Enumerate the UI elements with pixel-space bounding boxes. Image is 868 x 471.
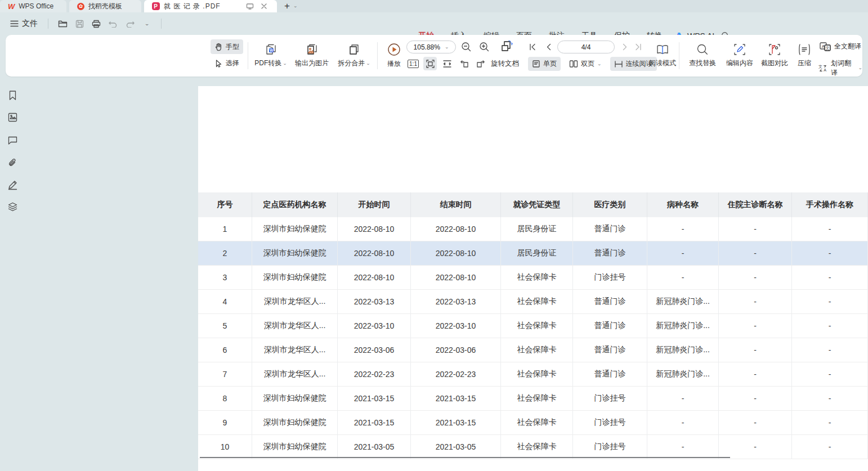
export-image-button[interactable]: 输出为图片 [292,39,332,72]
close-tab-icon[interactable] [259,1,269,11]
split-merge-button[interactable]: 拆分合并⌄ [334,39,374,72]
double-page-icon [569,60,578,68]
table-row[interactable]: 7 深圳市龙华区人... 2022-02-23 2022-02-23 社会保障卡… [198,362,868,387]
full-translate-button[interactable]: A 文 全文翻译 [820,42,861,51]
tab-pdf-document[interactable]: P 就 医 记 录 .PDF [144,0,277,12]
compress-label: 压缩 [798,59,811,68]
signature-icon[interactable] [7,180,18,190]
table-row[interactable]: 8 深圳市妇幼保健院 2021-03-15 2021-03-15 社会保障卡 门… [198,387,868,411]
word-translate-button[interactable]: 文 A 划词翻译 ⌄ [818,59,862,78]
quick-access-chevron-icon[interactable]: ⌄ [140,17,154,30]
zoom-in-button[interactable] [477,40,491,53]
attachment-icon[interactable] [7,158,18,168]
table-header-cell: 定点医药机构名称 [252,192,338,217]
redo-button[interactable] [123,17,137,30]
double-page-button[interactable]: 双页 ⌄ [565,57,606,71]
single-page-button[interactable]: 单页 [528,57,561,71]
bookmark-icon[interactable] [7,90,18,101]
select-tool-button[interactable]: 选择 [211,56,243,70]
present-to-screen-icon[interactable] [245,1,255,11]
table-header-cell: 序号 [198,192,252,217]
export-image-icon [305,43,319,56]
one-to-one-icon: 1:1 [408,60,419,68]
svg-text:文: 文 [826,45,830,50]
play-button[interactable]: 播放 [382,39,406,72]
last-page-button[interactable] [632,40,645,53]
rotate-right-button[interactable] [474,57,487,70]
svg-text:W: W [270,48,274,52]
divider [679,42,679,69]
tab-list-chevron-icon[interactable]: ⌄ [293,4,298,8]
next-page-button[interactable] [618,40,632,53]
table-header-cell: 结束时间 [411,192,501,217]
file-menu-button[interactable]: 文件 [7,16,41,31]
table-row[interactable]: 10 深圳市妇幼保健院 2021-03-05 2021-03-05 社会保障卡 … [198,435,868,459]
pdf-convert-icon: W [264,43,278,56]
table-row[interactable]: 6 深圳市龙华区人... 2022-03-06 2022-03-06 社会保障卡… [198,338,868,362]
fit-page-button[interactable] [423,57,437,70]
fit-width-button[interactable] [440,57,454,70]
edit-content-button[interactable]: 编辑内容 [723,39,757,72]
first-page-button[interactable] [526,40,539,53]
hand-tool-button[interactable]: 手型 [211,39,243,54]
tab-label: 就 医 记 录 .PDF [164,2,221,11]
split-merge-label: 拆分合并 [338,59,365,68]
zoom-level-select[interactable]: 105.88% ⌄ [406,41,456,53]
table-header-cell: 医疗类别 [573,192,647,217]
chevron-down-icon: ⌄ [597,62,602,66]
read-mode-button[interactable]: 阅读模式 [645,39,680,72]
split-merge-icon [348,43,360,56]
file-menu-label: 文件 [22,19,38,29]
hand-tool-label: 手型 [226,42,239,52]
rotate-left-button[interactable] [457,57,471,70]
tab-label: WPS Office [19,2,53,10]
rotate-doc-label: 旋转文档 [491,59,519,69]
new-tab-button[interactable]: + [284,1,290,12]
table-row[interactable]: 5 深圳市龙华区人... 2022-03-10 2022-03-10 社会保障卡… [198,314,868,338]
thumbnail-icon[interactable] [7,112,18,123]
previous-page-button[interactable] [542,40,555,53]
pdf-file-icon: P [152,2,160,10]
table-row[interactable]: 3 深圳市妇幼保健院 2022-08-10 2022-08-10 社会保障卡 门… [198,266,868,290]
rotate-doc-icon[interactable] [500,39,513,53]
tab-wps-office[interactable]: W WPS Office [0,0,66,12]
hand-icon [214,43,223,51]
compress-button[interactable]: 压缩 [793,39,816,72]
select-tool-label: 选择 [226,59,239,68]
table-header-cell: 开始时间 [338,192,411,217]
wps-logo-icon: W [8,2,15,11]
comment-icon[interactable] [7,135,18,146]
pdf-convert-button[interactable]: W PDF转换⌄ [252,39,289,72]
screenshot-compare-button[interactable]: 截图对比 [758,39,791,72]
table-row[interactable]: 4 深圳市龙华区人... 2022-03-13 2022-03-13 社会保障卡… [198,290,868,314]
divider [377,42,378,69]
pdf-page: 序号定点医药机构名称开始时间结束时间就诊凭证类型医疗类别病种名称住院主诊断名称手… [198,86,868,471]
find-replace-button[interactable]: 查找替换 [684,39,721,72]
page-indicator-input[interactable]: 4/4 [557,41,615,53]
print-button[interactable] [89,17,104,30]
page-indicator-value: 4/4 [581,43,591,51]
zoom-out-button[interactable] [459,40,473,53]
continuous-read-icon [614,60,623,68]
table-header-cell: 手术操作名称 [792,192,868,217]
table-row[interactable]: 9 深圳市妇幼保健院 2021-03-15 2021-03-15 社会保障卡 门… [198,411,868,435]
undo-button[interactable] [106,17,120,30]
read-mode-label: 阅读模式 [649,59,676,68]
save-button[interactable] [72,17,87,30]
open-file-button[interactable] [55,17,70,30]
divider [161,19,162,29]
pdf-convert-label: PDF转换 [254,59,281,68]
compress-icon [798,43,811,56]
tab-label: 找稻壳模板 [88,2,122,11]
actual-size-button[interactable]: 1:1 [406,57,420,70]
tab-docer-templates[interactable]: ✿ 找稻壳模板 [69,0,141,12]
window-tab-bar: W WPS Office ✿ 找稻壳模板 P 就 医 记 录 .PDF + ⌄ [0,0,868,12]
table-row[interactable]: 1 深圳市妇幼保健院 2022-08-10 2022-08-10 居民身份证 普… [198,217,868,241]
menu-bar: 文件 ⌄ 开始插入编辑页面批注工具保护转换 WPS AI [0,12,868,35]
layers-icon[interactable] [7,201,18,212]
docer-icon: ✿ [77,3,84,10]
word-translate-label: 划词翻译 [831,59,855,78]
full-translate-label: 全文翻译 [834,42,861,51]
table-bottom-border [200,457,730,458]
table-row[interactable]: 2 深圳市妇幼保健院 2022-08-10 2022-08-10 居民身份证 普… [198,241,868,266]
